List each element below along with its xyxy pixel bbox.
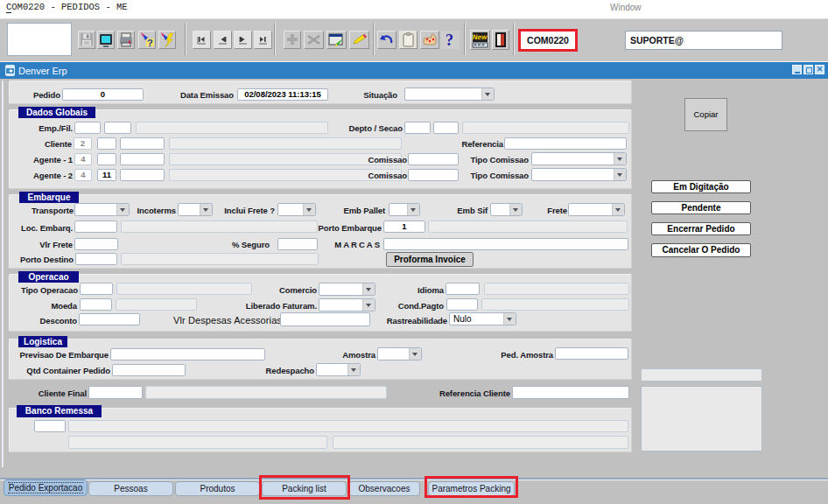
svg-text:New: New [472, 33, 488, 41]
svg-text:?: ? [446, 32, 453, 49]
svg-text:?: ? [147, 38, 153, 48]
